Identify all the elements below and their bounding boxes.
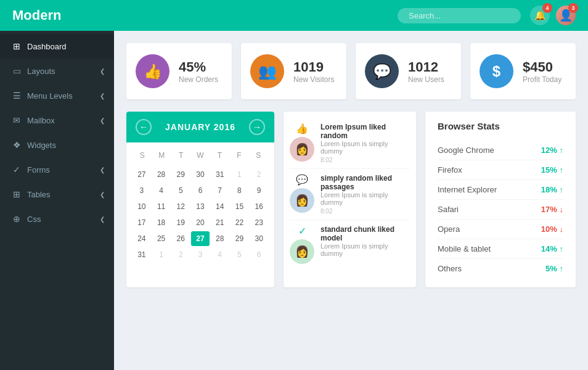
menu-levels-arrow-icon: ❮ [100, 92, 105, 99]
browser-stat-row: Others5% ↑ [438, 259, 563, 278]
cal-day[interactable]: 31 [211, 167, 229, 182]
cal-day[interactable]: 28 [211, 231, 229, 246]
activity-scroll[interactable]: 👍 👩 Lorem Ipsum liked random Lorem Ipsum… [284, 112, 416, 275]
cal-day[interactable]: 4 [152, 183, 171, 198]
cal-day[interactable]: 30 [250, 231, 268, 246]
notification-bell[interactable]: 🔔 4 [530, 6, 550, 25]
bs-value: 18% ↑ [541, 185, 563, 194]
visitors-icon: 👥 [250, 54, 284, 88]
cal-day[interactable]: 12 [171, 199, 190, 214]
act2-desc: Lorem Ipsum is simply dummy [321, 191, 410, 206]
cal-day[interactable]: 25 [152, 231, 171, 246]
cal-day[interactable]: 19 [171, 215, 190, 230]
main-content: 👍 45% New Orders 👥 1019 New Visitors 💬 1… [114, 31, 588, 370]
sidebar-label-widgets: Widgets [27, 141, 105, 150]
cal-day[interactable]: 3 [191, 247, 210, 262]
bs-value: 15% ↑ [541, 165, 563, 175]
cal-day[interactable]: 1 [152, 247, 171, 262]
cal-day[interactable]: 27 [133, 167, 151, 182]
cal-day[interactable]: 23 [250, 215, 268, 230]
bs-value: 17% ↓ [541, 205, 563, 214]
bs-name: Mobile & tablet [438, 244, 541, 253]
cal-day[interactable]: 27 [191, 231, 210, 246]
act1-avatar: 👩 [290, 137, 314, 162]
users-value: 1012 [408, 59, 444, 75]
cal-day[interactable]: 13 [191, 199, 210, 214]
calendar-day-headers: S M T W T F S [133, 149, 268, 162]
browser-stat-row: Google Chrome12% ↑ [438, 141, 563, 160]
sidebar-item-mailbox[interactable]: ✉ Mailbox ❮ [0, 108, 114, 133]
cal-day[interactable]: 14 [211, 199, 229, 214]
cal-day[interactable]: 9 [250, 183, 268, 198]
users-label: New Users [408, 75, 444, 84]
act3-desc: Lorem Ipsum is simply dummy [321, 242, 410, 257]
day-header-s1: S [133, 149, 152, 162]
cal-day[interactable]: 15 [231, 199, 249, 214]
cal-day[interactable]: 26 [171, 231, 190, 246]
cal-day[interactable]: 5 [171, 183, 190, 198]
sidebar-item-widgets[interactable]: ❖ Widgets [0, 133, 114, 157]
css-arrow-icon: ❮ [100, 216, 105, 223]
cal-day[interactable]: 5 [231, 247, 249, 262]
cal-day[interactable]: 21 [211, 215, 229, 230]
bs-name: Opera [438, 224, 541, 234]
user-avatar[interactable]: 👤 3 [556, 6, 576, 25]
cal-day[interactable]: 6 [250, 247, 268, 262]
calendar-next-button[interactable]: → [249, 119, 265, 135]
bs-name: Safari [438, 205, 541, 214]
mailbox-arrow-icon: ❮ [100, 117, 105, 124]
cal-day[interactable]: 10 [133, 199, 151, 214]
sidebar-item-layouts[interactable]: ▭ Layouts ❮ [0, 59, 114, 83]
stat-card-orders: 👍 45% New Orders [126, 43, 232, 99]
sidebar-label-menu-levels: Menu Levels [27, 91, 95, 101]
cal-day[interactable]: 18 [152, 215, 171, 230]
cal-day[interactable]: 11 [152, 199, 171, 214]
cal-day[interactable]: 28 [152, 167, 171, 182]
calendar-header: ← JANUARY 2016 → [126, 112, 274, 142]
cal-day[interactable]: 22 [231, 215, 249, 230]
dashboard-icon: ⊞ [11, 41, 22, 51]
bs-name: Others [438, 264, 545, 273]
forms-icon: ✓ [11, 165, 22, 175]
menu-levels-icon: ☰ [11, 91, 22, 101]
cal-day[interactable]: 17 [133, 215, 151, 230]
cal-day[interactable]: 30 [191, 167, 210, 182]
calendar-prev-button[interactable]: ← [136, 119, 152, 135]
cal-day[interactable]: 31 [133, 247, 151, 262]
cal-day[interactable]: 2 [171, 247, 190, 262]
day-header-t2: T [210, 149, 229, 162]
browser-stat-row: Mobile & tablet14% ↑ [438, 239, 563, 259]
day-header-s2: S [249, 149, 268, 162]
bottom-section: ← JANUARY 2016 → S M T W T F S 272829303… [126, 112, 576, 287]
cal-day[interactable]: 20 [191, 215, 210, 230]
sidebar-item-menu-levels[interactable]: ☰ Menu Levels ❮ [0, 83, 114, 108]
sidebar: ⊞ Dashboard ▭ Layouts ❮ ☰ Menu Levels ❮ … [0, 31, 114, 370]
cal-day[interactable]: 29 [231, 231, 249, 246]
browser-stats-title: Browser Stats [438, 121, 563, 131]
day-header-f: F [229, 149, 248, 162]
day-header-t1: T [171, 149, 190, 162]
cal-day[interactable]: 7 [211, 183, 229, 198]
sidebar-item-tables[interactable]: ⊞ Tables ❮ [0, 182, 114, 207]
cal-day[interactable]: 4 [211, 247, 229, 262]
sidebar-item-dashboard[interactable]: ⊞ Dashboard [0, 34, 114, 59]
bs-value: 14% ↑ [541, 244, 563, 253]
sidebar-item-css[interactable]: ⊕ Css ❮ [0, 207, 114, 231]
activity-item-1: 👍 👩 Lorem Ipsum liked random Lorem Ipsum… [290, 118, 410, 169]
sidebar-item-forms[interactable]: ✓ Forms ❮ [0, 157, 114, 182]
browser-stat-row: Safari17% ↓ [438, 200, 563, 220]
header-icons: 🔔 4 👤 3 [530, 6, 576, 25]
cal-day[interactable]: 2 [250, 167, 268, 182]
bs-value: 10% ↓ [541, 224, 563, 234]
cal-day[interactable]: 16 [250, 199, 268, 214]
cal-day[interactable]: 6 [191, 183, 210, 198]
cal-day[interactable]: 24 [133, 231, 151, 246]
sidebar-label-css: Css [27, 215, 95, 224]
cal-day[interactable]: 8 [231, 183, 249, 198]
cal-day[interactable]: 29 [171, 167, 190, 182]
act3-icon: ✓ [298, 225, 306, 237]
cal-day[interactable]: 1 [231, 167, 249, 182]
widgets-icon: ❖ [11, 140, 22, 150]
cal-day[interactable]: 3 [133, 183, 151, 198]
search-input[interactable] [398, 8, 521, 23]
